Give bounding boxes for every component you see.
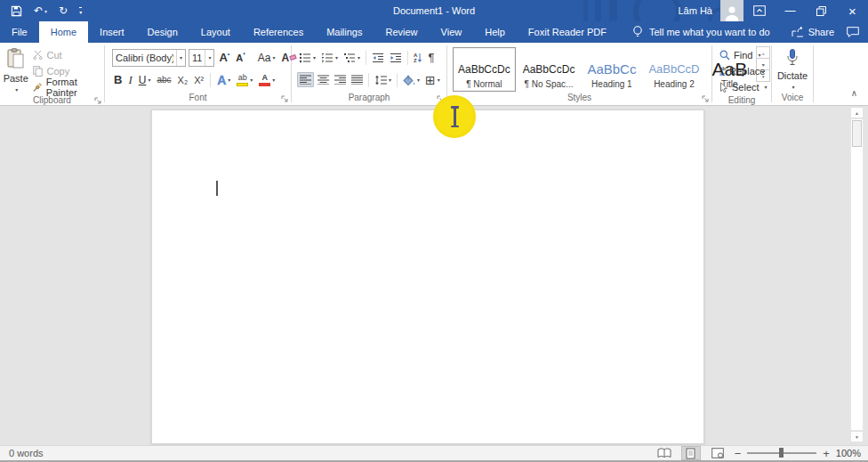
word-count[interactable]: 0 words [9, 448, 44, 458]
multilevel-list-button[interactable]: ▾ [342, 51, 362, 65]
align-center-button[interactable] [316, 73, 331, 86]
word-window: Document1 - Word ↶▾ ↻ ▾ Lâm Hà — × Fil [0, 0, 868, 462]
share-icon [792, 27, 804, 37]
find-button[interactable]: Find▾ [719, 47, 768, 62]
sort-button[interactable]: AZ [412, 51, 424, 65]
comments-button[interactable] [847, 27, 859, 37]
tab-review[interactable]: Review [374, 21, 430, 43]
tab-insert[interactable]: Insert [88, 21, 136, 43]
style-no-spacing[interactable]: AaBbCcDc ¶ No Spac... [518, 47, 581, 92]
change-case-button[interactable]: Aa▾ [256, 52, 277, 64]
save-button[interactable] [11, 5, 22, 17]
web-layout-button[interactable] [708, 446, 727, 460]
strikethrough-button[interactable]: abc [155, 75, 173, 85]
italic-button[interactable]: I [126, 73, 133, 87]
borders-button[interactable]: ⊞▾ [423, 71, 442, 89]
restore-button[interactable] [806, 0, 837, 21]
tab-design[interactable]: Design [136, 21, 189, 43]
align-right-button[interactable] [333, 73, 348, 86]
scroll-up-button[interactable]: ▲ [850, 107, 864, 118]
lightbulb-icon [632, 26, 643, 38]
print-layout-button[interactable] [681, 446, 701, 460]
collapse-ribbon-button[interactable]: ∧ [851, 88, 857, 98]
justify-button[interactable] [350, 73, 365, 86]
clipboard-dialog-launcher[interactable] [94, 97, 101, 104]
search-icon [719, 50, 730, 61]
numbering-button[interactable]: ▾ [319, 51, 340, 65]
bullet-list-icon [299, 53, 311, 63]
bold-button[interactable]: B [112, 73, 124, 86]
paint-bucket-icon [403, 75, 415, 85]
font-color-button[interactable]: A ▾ [257, 74, 277, 86]
microphone-icon [787, 49, 798, 67]
font-color-swatch [259, 83, 270, 86]
align-left-button[interactable] [297, 72, 314, 87]
text-caret [216, 181, 218, 196]
ribbon-display-options-button[interactable] [743, 0, 775, 21]
customize-qat-button[interactable]: ▾ [79, 7, 82, 15]
paste-button[interactable]: Paste ▾ [2, 45, 29, 94]
minimize-button[interactable]: — [775, 0, 806, 21]
scrollbar-thumb[interactable] [852, 120, 862, 147]
grow-font-button[interactable]: A▴ [217, 51, 231, 64]
underline-button[interactable]: U▾ [137, 74, 153, 86]
pointer-icon [719, 82, 728, 93]
tab-view[interactable]: View [430, 21, 474, 43]
ribbon-display-options-icon [753, 5, 766, 16]
copy-icon [33, 66, 43, 77]
tab-file[interactable]: File [0, 21, 39, 43]
bullets-button[interactable]: ▾ [297, 51, 317, 65]
ribbon: Paste ▾ Cut Copy Format Painter [0, 43, 868, 106]
avatar[interactable] [720, 0, 743, 21]
zoom-slider-handle[interactable] [779, 448, 784, 458]
tell-me-box[interactable]: Tell me what you want to do [632, 21, 770, 43]
style-heading-1[interactable]: AaBbCc Heading 1 [582, 47, 641, 92]
format-painter-button[interactable]: Format Painter [33, 79, 102, 94]
numbered-list-icon [321, 53, 334, 63]
tab-home[interactable]: Home [39, 21, 88, 43]
cut-button[interactable]: Cut [33, 47, 102, 62]
read-mode-button[interactable] [655, 446, 674, 460]
tab-mailings[interactable]: Mailings [315, 21, 374, 43]
text-effects-button[interactable]: A▾ [215, 73, 232, 87]
share-button[interactable]: Share [792, 27, 834, 37]
scrollbar-track[interactable] [850, 118, 864, 431]
multilevel-list-icon [343, 53, 356, 63]
styles-dialog-launcher[interactable] [702, 95, 709, 102]
zoom-in-button[interactable]: + [823, 447, 830, 460]
undo-button[interactable]: ↶▾ [34, 4, 47, 17]
replace-button[interactable]: abac Replace [719, 63, 768, 78]
redo-button[interactable]: ↻ [59, 4, 68, 17]
zoom-level[interactable]: 100% [836, 448, 861, 458]
style-normal[interactable]: AaBbCcDc ¶ Normal [453, 47, 516, 92]
document-page[interactable] [151, 109, 704, 444]
close-button[interactable]: × [837, 0, 868, 21]
decrease-indent-button[interactable] [370, 51, 386, 65]
web-layout-icon [711, 448, 724, 458]
text-highlight-color-button[interactable]: ab ▾ [235, 74, 254, 86]
comment-icon [847, 27, 859, 37]
scroll-down-button[interactable]: ▼ [850, 431, 864, 442]
vertical-scrollbar[interactable]: ▲ ▼ [850, 107, 864, 442]
style-heading-2[interactable]: AaBbCcD Heading 2 [643, 47, 704, 92]
show-formatting-marks-button[interactable]: ¶ [426, 49, 436, 66]
shrink-font-button[interactable]: A▾ [234, 53, 246, 63]
tab-help[interactable]: Help [473, 21, 517, 43]
subscript-button[interactable]: X₂ [176, 75, 190, 85]
zoom-out-button[interactable]: − [735, 447, 742, 460]
increase-indent-button[interactable] [388, 51, 404, 65]
dictate-button[interactable]: Dictate ▾ [774, 45, 811, 92]
zoom-slider[interactable] [747, 452, 816, 454]
select-button[interactable]: Select▾ [719, 79, 768, 94]
font-size-combobox[interactable]: 11▾ [189, 49, 214, 67]
superscript-button[interactable]: X² [192, 75, 205, 85]
tab-foxit-reader-pdf[interactable]: Foxit Reader PDF [517, 21, 618, 43]
read-mode-icon [657, 448, 671, 458]
tab-references[interactable]: References [242, 21, 315, 43]
line-spacing-button[interactable]: ▾ [373, 73, 393, 87]
shading-button[interactable]: ▾ [401, 73, 422, 87]
tab-layout[interactable]: Layout [189, 21, 242, 43]
font-dialog-launcher[interactable] [281, 95, 288, 102]
font-family-combobox[interactable]: Calibri (Body)▾ [112, 49, 186, 67]
user-name[interactable]: Lâm Hà [678, 5, 712, 16]
